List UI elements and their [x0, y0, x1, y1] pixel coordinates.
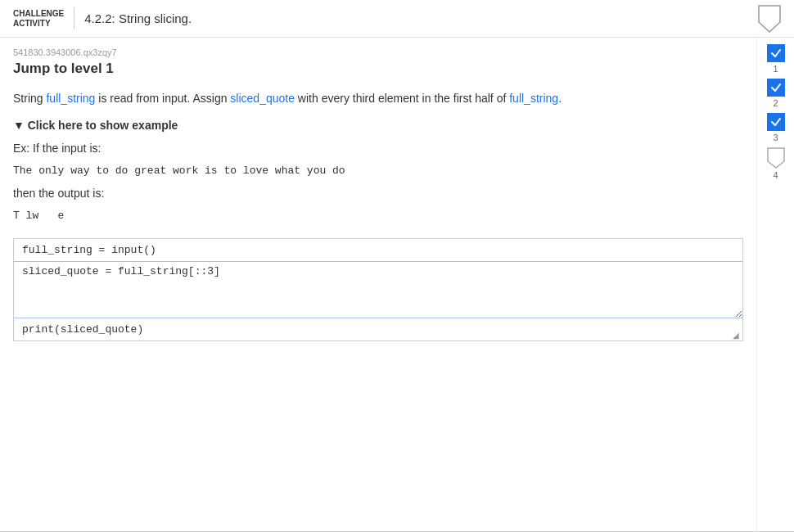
header: CHALLENGE ACTIVITY 4.2.2: String slicing…	[0, 0, 794, 38]
sidebar-check-2[interactable]	[767, 79, 785, 97]
sidebar: 1 2 3 4	[756, 38, 794, 532]
header-divider	[74, 7, 74, 30]
sidebar-item-2[interactable]: 2	[760, 79, 792, 108]
shield-icon	[758, 5, 781, 33]
description: String full_string is read from input. A…	[13, 90, 743, 107]
editor-line1: full_string = input()	[14, 239, 742, 261]
then-text: then the output is:	[13, 187, 743, 200]
level-title: Jump to level 1	[13, 61, 743, 77]
checkmark-icon-3	[770, 116, 782, 128]
var-sliced-quote: sliced_quote	[230, 92, 295, 105]
resize-handle[interactable]: ◢	[733, 331, 741, 339]
editor-line-bottom: print(sliced_quote)	[14, 318, 742, 340]
editor-textarea[interactable]	[14, 261, 742, 318]
sidebar-item-4[interactable]: 4	[760, 147, 792, 180]
sidebar-item-3[interactable]: 3	[760, 113, 792, 142]
checkmark-icon-2	[770, 82, 782, 93]
challenge-label: CHALLENGE ACTIVITY	[13, 9, 64, 29]
sidebar-check-3[interactable]	[767, 113, 785, 131]
sidebar-num-3: 3	[773, 133, 778, 142]
example-input-code: The only way to do great work is to love…	[13, 161, 743, 180]
var-full-string: full_string	[46, 92, 95, 105]
example-intro: Ex: If the input is:	[13, 142, 743, 155]
editor-container: full_string = input() print(sliced_quote…	[13, 238, 743, 341]
sidebar-shield-4	[767, 147, 785, 169]
checkmark-icon-1	[770, 47, 782, 59]
sidebar-num-2: 2	[773, 98, 778, 108]
main-container: 541830.3943006.qx3zqy7 Jump to level 1 S…	[0, 38, 794, 532]
example-output-code: T lw e	[13, 206, 743, 225]
sidebar-check-1[interactable]	[767, 44, 785, 62]
session-id: 541830.3943006.qx3zqy7	[13, 47, 743, 57]
sidebar-num-1: 1	[773, 64, 778, 74]
content-area: 541830.3943006.qx3zqy7 Jump to level 1 S…	[0, 38, 756, 532]
header-title: 4.2.2: String slicing.	[84, 11, 192, 25]
var-full-string2: full_string	[509, 92, 558, 105]
sidebar-num-4: 4	[773, 170, 778, 180]
sidebar-item-1[interactable]: 1	[760, 44, 792, 74]
example-toggle[interactable]: ▼ Click here to show example	[13, 119, 743, 132]
